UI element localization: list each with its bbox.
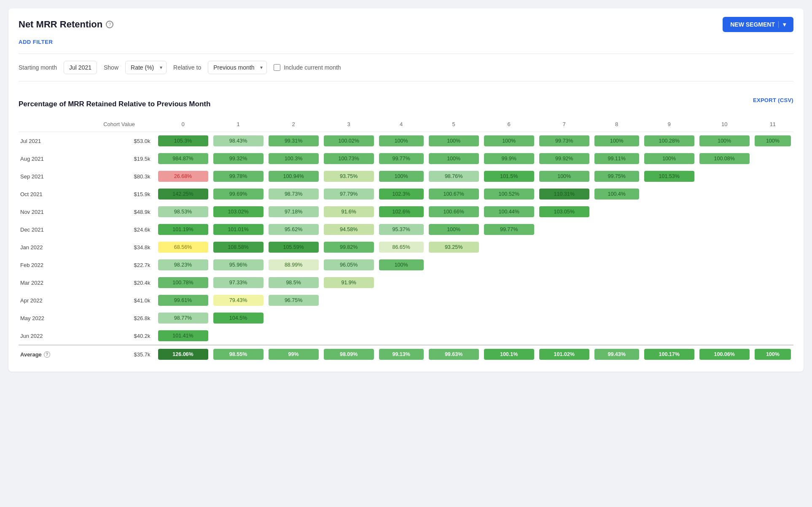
cell-9-9 bbox=[642, 291, 697, 309]
cell-4-3: 91.6% bbox=[321, 203, 376, 221]
cell-1-10: 100.08% bbox=[697, 150, 752, 167]
cell-5-5: 100% bbox=[426, 221, 481, 238]
page-title: Net MRR Retention bbox=[19, 19, 102, 30]
cell-10-2 bbox=[266, 309, 321, 327]
cell-6-0: 68.56% bbox=[156, 238, 211, 256]
cell-6-10 bbox=[697, 238, 752, 256]
cell-1-0: 984.87% bbox=[156, 150, 211, 167]
cohort-value: $15.9k bbox=[83, 185, 156, 203]
cell-2-9: 101.53% bbox=[642, 167, 697, 185]
row-label: Jun 2022 bbox=[19, 327, 83, 345]
cohort-value: $34.8k bbox=[83, 238, 156, 256]
cell-3-11 bbox=[752, 185, 793, 203]
cell-5-8 bbox=[592, 221, 642, 238]
cell-11-2 bbox=[266, 327, 321, 345]
cell-1-9: 100% bbox=[642, 150, 697, 167]
cell-8-9 bbox=[642, 274, 697, 291]
avg-cell-2: 99% bbox=[266, 345, 321, 363]
table-row: Oct 2021$15.9k142.25%99.69%98.73%97.79%1… bbox=[19, 185, 793, 203]
cell-3-9 bbox=[642, 185, 697, 203]
cell-5-1: 101.01% bbox=[211, 221, 266, 238]
cell-4-6: 100.44% bbox=[481, 203, 537, 221]
cohort-value: $80.3k bbox=[83, 167, 156, 185]
cell-3-8: 100.4% bbox=[592, 185, 642, 203]
cell-5-7 bbox=[537, 221, 592, 238]
cell-8-6 bbox=[481, 274, 537, 291]
col-header-10: 10 bbox=[697, 117, 752, 132]
avg-cell-4: 99.13% bbox=[376, 345, 426, 363]
cell-0-6: 100% bbox=[481, 132, 537, 150]
cell-9-2: 96.75% bbox=[266, 291, 321, 309]
cell-5-10 bbox=[697, 221, 752, 238]
cell-6-3: 99.82% bbox=[321, 238, 376, 256]
title-help-icon[interactable]: ? bbox=[106, 21, 113, 28]
cell-8-5 bbox=[426, 274, 481, 291]
cell-5-3: 94.58% bbox=[321, 221, 376, 238]
show-select-wrapper: Rate (%) bbox=[125, 61, 167, 74]
cell-10-0: 98.77% bbox=[156, 309, 211, 327]
row-label: Apr 2022 bbox=[19, 291, 83, 309]
cell-10-9 bbox=[642, 309, 697, 327]
cell-1-4: 99.77% bbox=[376, 150, 426, 167]
col-header-5: 5 bbox=[426, 117, 481, 132]
cell-8-7 bbox=[537, 274, 592, 291]
cell-6-2: 105.59% bbox=[266, 238, 321, 256]
cohort-table: Cohort Value 0 1 2 3 4 5 6 7 8 9 10 11 J… bbox=[19, 117, 793, 363]
row-label: Dec 2021 bbox=[19, 221, 83, 238]
cell-9-0: 99.61% bbox=[156, 291, 211, 309]
cell-5-11 bbox=[752, 221, 793, 238]
cell-3-1: 99.69% bbox=[211, 185, 266, 203]
cell-7-10 bbox=[697, 256, 752, 274]
row-label: Feb 2022 bbox=[19, 256, 83, 274]
cell-7-0: 98.23% bbox=[156, 256, 211, 274]
new-segment-button[interactable]: NEW SEGMENT ▾ bbox=[723, 17, 793, 32]
cell-9-10 bbox=[697, 291, 752, 309]
starting-month-value[interactable]: Jul 2021 bbox=[64, 61, 97, 74]
cell-10-11 bbox=[752, 309, 793, 327]
cell-6-7 bbox=[537, 238, 592, 256]
export-csv-link[interactable]: EXPORT (CSV) bbox=[753, 97, 793, 103]
row-label: Jul 2021 bbox=[19, 132, 83, 150]
include-current-checkbox[interactable] bbox=[274, 64, 280, 71]
cell-5-9 bbox=[642, 221, 697, 238]
add-filter-link[interactable]: ADD FILTER bbox=[19, 39, 793, 45]
cell-4-1: 103.02% bbox=[211, 203, 266, 221]
avg-cell-3: 98.09% bbox=[321, 345, 376, 363]
cell-11-10 bbox=[697, 327, 752, 345]
cell-3-3: 97.79% bbox=[321, 185, 376, 203]
cell-4-9 bbox=[642, 203, 697, 221]
cell-1-7: 99.92% bbox=[537, 150, 592, 167]
cell-1-5: 100% bbox=[426, 150, 481, 167]
cell-3-4: 102.3% bbox=[376, 185, 426, 203]
col-header-4: 4 bbox=[376, 117, 426, 132]
cell-4-2: 97.18% bbox=[266, 203, 321, 221]
relative-to-select[interactable]: Previous month bbox=[208, 61, 267, 74]
average-label: Average ? bbox=[19, 345, 83, 363]
cell-3-5: 100.67% bbox=[426, 185, 481, 203]
cell-2-5: 98.76% bbox=[426, 167, 481, 185]
cell-0-2: 99.31% bbox=[266, 132, 321, 150]
cell-7-2: 88.99% bbox=[266, 256, 321, 274]
col-header-0: 0 bbox=[156, 117, 211, 132]
cell-9-8 bbox=[592, 291, 642, 309]
cohort-value: $24.6k bbox=[83, 221, 156, 238]
show-select[interactable]: Rate (%) bbox=[125, 61, 167, 74]
cell-6-4: 86.65% bbox=[376, 238, 426, 256]
average-help-icon[interactable]: ? bbox=[44, 351, 50, 358]
col-header-8: 8 bbox=[592, 117, 642, 132]
col-header-6: 6 bbox=[481, 117, 537, 132]
relative-to-label: Relative to bbox=[173, 64, 201, 71]
cell-8-2: 98.5% bbox=[266, 274, 321, 291]
col-header-cohort: Cohort Value bbox=[83, 117, 156, 132]
starting-month-label: Starting month bbox=[19, 64, 57, 71]
cell-0-7: 99.73% bbox=[537, 132, 592, 150]
cohort-value: $20.4k bbox=[83, 274, 156, 291]
avg-cell-7: 101.02% bbox=[537, 345, 592, 363]
cell-2-2: 100.94% bbox=[266, 167, 321, 185]
cell-1-3: 100.73% bbox=[321, 150, 376, 167]
col-header-label bbox=[19, 117, 83, 132]
col-header-7: 7 bbox=[537, 117, 592, 132]
table-row: May 2022$26.8k98.77%104.5% bbox=[19, 309, 793, 327]
table-row: Mar 2022$20.4k100.78%97.33%98.5%91.9% bbox=[19, 274, 793, 291]
avg-cell-5: 99.63% bbox=[426, 345, 481, 363]
